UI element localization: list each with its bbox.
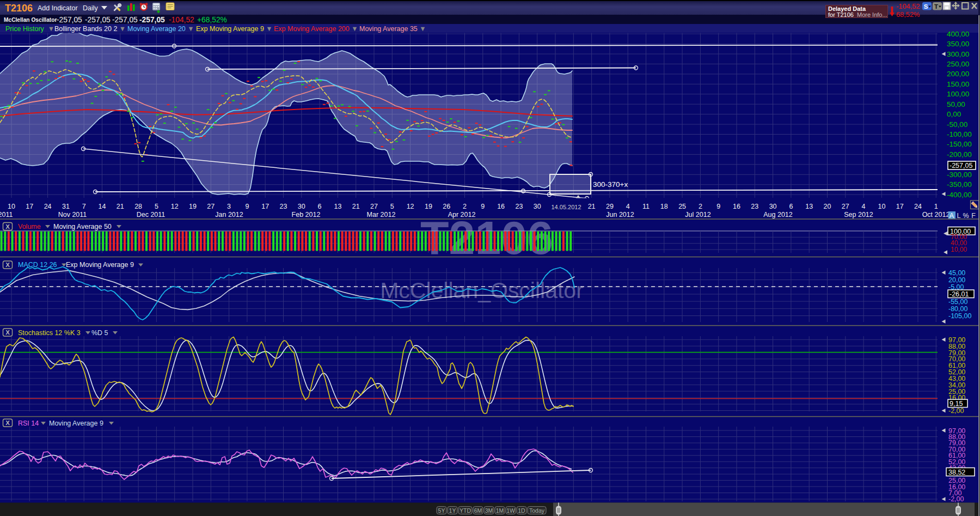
svg-text:16: 16: [497, 203, 505, 210]
svg-text:13: 13: [805, 203, 813, 210]
svg-text:Moving Average 50: Moving Average 50: [53, 223, 112, 230]
svg-text:5: 5: [390, 203, 394, 210]
svg-text:2: 2: [699, 203, 702, 210]
svg-text:150,00: 150,00: [947, 80, 969, 88]
svg-text:0,00: 0,00: [947, 110, 961, 118]
svg-text:1Y: 1Y: [449, 507, 456, 514]
svg-text:Oct 2012: Oct 2012: [922, 211, 950, 218]
svg-text:14.05.2012: 14.05.2012: [551, 204, 581, 210]
svg-text:-350,00: -350,00: [947, 180, 972, 189]
svg-text:7: 7: [82, 203, 86, 210]
svg-text:31: 31: [62, 203, 70, 210]
svg-text:300,00: 300,00: [947, 50, 969, 58]
svg-text:4: 4: [626, 203, 630, 210]
svg-text:9: 9: [245, 203, 249, 210]
svg-text:27: 27: [207, 203, 215, 210]
svg-text:23: 23: [280, 203, 287, 210]
svg-text:250,00: 250,00: [947, 60, 969, 68]
svg-text:-55,00: -55,00: [948, 298, 967, 306]
svg-text:6M: 6M: [474, 507, 482, 514]
svg-text:Aug 2012: Aug 2012: [763, 211, 793, 218]
svg-text:X: X: [5, 262, 10, 268]
svg-text:2011: 2011: [0, 211, 13, 218]
svg-text:200,00: 200,00: [947, 70, 969, 78]
svg-text:1: 1: [934, 203, 938, 210]
svg-text:YTD: YTD: [460, 507, 471, 514]
svg-text:4: 4: [862, 203, 866, 210]
svg-text:13: 13: [334, 203, 341, 210]
svg-text:3: 3: [227, 203, 231, 210]
svg-text:Mar 2012: Mar 2012: [367, 211, 396, 218]
svg-text:Feb 2012: Feb 2012: [292, 211, 321, 218]
svg-text:-2,00: -2,00: [948, 495, 964, 503]
svg-text:Jun 2012: Jun 2012: [606, 211, 634, 218]
svg-text:2: 2: [463, 203, 467, 210]
svg-text:-100,00: -100,00: [947, 130, 972, 138]
svg-text:1W: 1W: [506, 507, 515, 514]
svg-text:25: 25: [678, 203, 686, 210]
svg-text:28: 28: [134, 203, 142, 210]
svg-text:Today: Today: [529, 507, 545, 514]
svg-text:%D 5: %D 5: [91, 329, 108, 337]
svg-text:21: 21: [588, 203, 596, 210]
svg-text:27: 27: [842, 203, 849, 210]
svg-text:6: 6: [789, 203, 793, 210]
svg-text:Nov 2011: Nov 2011: [58, 211, 87, 218]
svg-text:11: 11: [642, 203, 650, 210]
svg-text:24: 24: [44, 203, 52, 210]
svg-text:3M: 3M: [485, 507, 493, 514]
svg-text:10: 10: [878, 203, 885, 210]
svg-text:12: 12: [171, 203, 179, 210]
svg-text:F: F: [971, 212, 976, 220]
svg-text:20,00: 20,00: [948, 276, 965, 284]
svg-text:24: 24: [914, 203, 922, 210]
svg-text:38,52: 38,52: [948, 469, 965, 476]
svg-text:1D: 1D: [518, 507, 525, 514]
svg-text:5: 5: [155, 203, 158, 210]
svg-text:1M: 1M: [496, 507, 504, 514]
svg-text:23: 23: [751, 203, 758, 210]
svg-text:L: L: [957, 212, 961, 220]
svg-text:-400,00: -400,00: [947, 191, 972, 199]
svg-text:30: 30: [534, 203, 541, 210]
svg-text:21: 21: [117, 203, 124, 210]
svg-text:10,00: 10,00: [951, 246, 967, 253]
svg-text:Sep 2012: Sep 2012: [844, 211, 873, 218]
svg-text:400,00: 400,00: [947, 30, 969, 38]
svg-text:Jan 2012: Jan 2012: [215, 211, 243, 218]
svg-text:Stochastics 12 %K 3: Stochastics 12 %K 3: [18, 329, 81, 337]
svg-text:Moving Average 9: Moving Average 9: [49, 420, 103, 427]
svg-text:10: 10: [8, 203, 15, 210]
svg-text:350,00: 350,00: [947, 40, 969, 48]
svg-text:Dec 2011: Dec 2011: [137, 211, 166, 218]
svg-text:5Y: 5Y: [438, 507, 445, 514]
svg-text:X: X: [5, 329, 10, 336]
svg-text:27: 27: [370, 203, 378, 210]
svg-text:-26,01: -26,01: [950, 290, 969, 298]
svg-text:6: 6: [318, 203, 322, 210]
svg-text:Exp Moving Average 9: Exp Moving Average 9: [66, 261, 134, 269]
svg-text:45,00: 45,00: [948, 269, 965, 277]
svg-text:X: X: [5, 420, 10, 426]
svg-text:18: 18: [660, 203, 668, 210]
svg-text:T: T: [934, 3, 938, 10]
svg-text:29: 29: [606, 203, 614, 210]
svg-text:26: 26: [443, 203, 450, 210]
svg-text:-300,00: -300,00: [947, 171, 972, 179]
svg-text:X: X: [5, 223, 10, 230]
svg-text:S: S: [924, 3, 928, 10]
svg-text:17: 17: [26, 203, 33, 210]
svg-text:Volume: Volume: [18, 223, 41, 230]
svg-text:17: 17: [896, 203, 904, 210]
svg-text:23: 23: [515, 203, 523, 210]
svg-text:30: 30: [769, 203, 777, 210]
svg-text:16: 16: [733, 203, 740, 210]
svg-text:300-370+x: 300-370+x: [593, 180, 628, 189]
svg-text:-257,05: -257,05: [950, 162, 972, 169]
svg-text:17: 17: [261, 203, 269, 210]
svg-text:Jul 2012: Jul 2012: [685, 211, 710, 218]
svg-text:100,00: 100,00: [947, 90, 969, 98]
svg-text:-200,00: -200,00: [947, 150, 972, 159]
svg-text:McClellan_Oscillator: McClellan_Oscillator: [380, 278, 584, 303]
svg-text:12: 12: [407, 203, 414, 210]
